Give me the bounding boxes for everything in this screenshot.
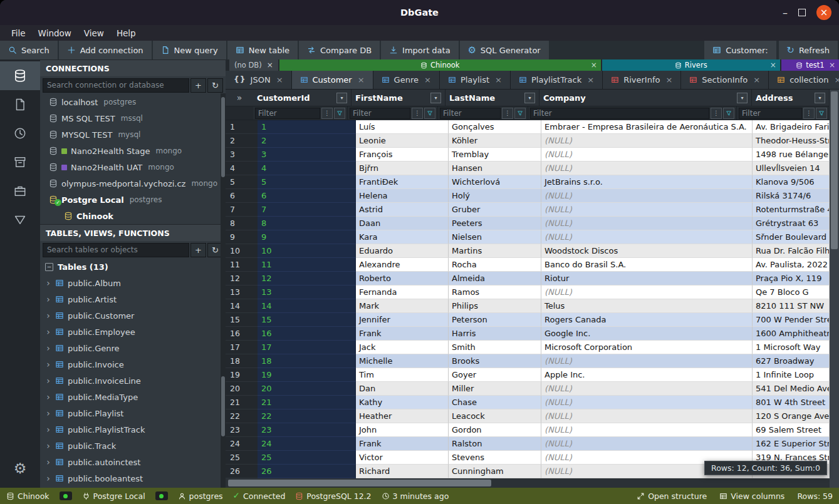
column-header-lastname[interactable]: LastName▾ bbox=[446, 90, 539, 106]
scrollbar-thumb[interactable] bbox=[228, 480, 491, 486]
funnel-icon[interactable] bbox=[723, 108, 734, 119]
cell[interactable]: Peeters bbox=[449, 217, 541, 230]
cell[interactable]: (NULL) bbox=[541, 148, 753, 162]
connection-olympus-medportal-vychozi-cz[interactable]: olympus-medportal.vychozi.czmongo bbox=[40, 175, 226, 192]
tab-playlisttrack[interactable]: PlaylistTrack× bbox=[511, 71, 603, 89]
cell[interactable]: Embraer - Empresa Brasileira de Aeronáut… bbox=[541, 120, 753, 134]
expand-chevron-icon[interactable]: › bbox=[45, 424, 51, 435]
row-number[interactable]: 7 bbox=[226, 203, 258, 217]
row-number[interactable]: 23 bbox=[226, 423, 258, 437]
cell[interactable]: Astrid bbox=[356, 203, 449, 217]
cell[interactable]: Jack bbox=[356, 341, 449, 354]
cell[interactable]: Gonçalves bbox=[449, 120, 541, 134]
db-tab-chinook[interactable]: Chinook× bbox=[279, 59, 601, 71]
cell[interactable]: Hansen bbox=[449, 162, 541, 175]
expand-chevron-icon[interactable]: › bbox=[45, 327, 51, 337]
table-public-autoinctest[interactable]: ›public.autoinctest bbox=[40, 454, 226, 470]
tab-playlist[interactable]: Playlist× bbox=[440, 71, 511, 89]
cell-primary-key[interactable]: 23 bbox=[258, 423, 356, 437]
cell[interactable]: Bjřrn bbox=[356, 162, 449, 175]
table-public-track[interactable]: ›public.Track bbox=[40, 438, 226, 454]
table-public-playlist[interactable]: ›public.Playlist bbox=[40, 405, 226, 421]
row-number[interactable]: 25 bbox=[226, 451, 258, 465]
cell[interactable]: John bbox=[356, 423, 449, 437]
cell[interactable]: Praça Pio X, 119 bbox=[753, 272, 830, 285]
filter-menu-icon[interactable]: ⋮ bbox=[803, 108, 815, 119]
filter-menu-icon[interactable]: ⋮ bbox=[412, 108, 423, 119]
cell[interactable]: Apple Inc. bbox=[541, 368, 753, 382]
cell[interactable]: Gruber bbox=[449, 203, 541, 217]
cell[interactable]: (NULL) bbox=[541, 217, 753, 230]
cell[interactable]: Fernanda bbox=[356, 285, 449, 299]
scrollbar-thumb[interactable] bbox=[221, 97, 225, 177]
cell[interactable]: Helena bbox=[356, 189, 449, 203]
rail-plugins[interactable] bbox=[0, 177, 40, 205]
close-icon[interactable]: × bbox=[770, 61, 776, 69]
cell-primary-key[interactable]: 8 bbox=[258, 217, 356, 230]
expand-chevron-icon[interactable]: › bbox=[45, 343, 51, 353]
cell[interactable]: 1 Microsoft Way bbox=[753, 341, 830, 354]
filter-input-customerid[interactable] bbox=[255, 108, 320, 119]
row-number[interactable]: 20 bbox=[226, 382, 258, 396]
table-public-invoice[interactable]: ›public.Invoice bbox=[40, 356, 226, 373]
column-dropdown-icon[interactable]: ▾ bbox=[430, 93, 441, 103]
row-number[interactable]: 5 bbox=[226, 175, 258, 189]
close-icon[interactable]: × bbox=[587, 75, 594, 85]
cell-primary-key[interactable]: 22 bbox=[258, 409, 356, 423]
row-number[interactable]: 14 bbox=[226, 299, 258, 313]
tab-genre[interactable]: Genre× bbox=[373, 71, 440, 89]
table-public-album[interactable]: ›public.Album bbox=[40, 275, 226, 291]
toolbar-compare-db[interactable]: Compare DB bbox=[299, 41, 381, 59]
cell[interactable]: Cunningham bbox=[449, 465, 541, 478]
row-number[interactable]: 9 bbox=[226, 230, 258, 244]
row-number[interactable]: 2 bbox=[226, 134, 258, 148]
rail-cell-data[interactable] bbox=[0, 205, 40, 234]
scrollbar-thumb[interactable] bbox=[221, 376, 225, 436]
column-header-customerid[interactable]: CustomerId▾ bbox=[253, 90, 352, 106]
row-number[interactable]: 22 bbox=[226, 409, 258, 423]
rail-connections[interactable] bbox=[0, 61, 40, 90]
close-icon[interactable]: × bbox=[591, 61, 597, 69]
row-number[interactable]: 6 bbox=[226, 189, 258, 203]
row-number[interactable]: 10 bbox=[226, 244, 258, 258]
filter-menu-icon[interactable]: ⋮ bbox=[502, 108, 513, 119]
row-number[interactable]: 15 bbox=[226, 313, 258, 327]
cell[interactable]: 541 Del Medio Avenue bbox=[753, 382, 830, 396]
cell[interactable]: 1498 rue Bélanger bbox=[753, 148, 830, 162]
row-number[interactable]: 19 bbox=[226, 368, 258, 382]
cell[interactable]: Telus bbox=[541, 299, 753, 313]
cell-primary-key[interactable]: 17 bbox=[258, 341, 356, 354]
close-icon[interactable]: × bbox=[835, 75, 839, 85]
cell[interactable]: Theodor-Heuss-Straße 34 bbox=[753, 134, 830, 148]
rail-query-history[interactable] bbox=[0, 119, 40, 148]
scrollbar-thumb[interactable] bbox=[831, 91, 838, 249]
cell-primary-key[interactable]: 25 bbox=[258, 451, 356, 465]
horizontal-scrollbar[interactable] bbox=[226, 478, 830, 488]
cell[interactable]: Kathy bbox=[356, 396, 449, 409]
menu-help[interactable]: Help bbox=[110, 27, 142, 39]
cell[interactable]: Holý bbox=[449, 189, 541, 203]
table-public-artist[interactable]: ›public.Artist bbox=[40, 291, 226, 307]
close-icon[interactable]: × bbox=[358, 75, 365, 85]
expand-chevron-icon[interactable]: › bbox=[45, 392, 51, 402]
cell[interactable]: Banco do Brasil S.A. bbox=[541, 258, 753, 272]
cell-primary-key[interactable]: 12 bbox=[258, 272, 356, 285]
column-dropdown-icon[interactable]: ▾ bbox=[737, 93, 748, 103]
cell[interactable]: 1 Infinite Loop bbox=[753, 368, 830, 382]
cell[interactable]: (NULL) bbox=[541, 396, 753, 409]
cell[interactable]: Rocha bbox=[449, 258, 541, 272]
menu-file[interactable]: File bbox=[5, 27, 32, 39]
cell[interactable]: 8210 111 ST NW bbox=[753, 299, 830, 313]
cell[interactable]: Peterson bbox=[449, 313, 541, 327]
close-icon[interactable]: × bbox=[753, 75, 760, 85]
connection-nano2health-stage[interactable]: Nano2Health Stagemongo bbox=[40, 143, 226, 159]
cell[interactable]: Leacock bbox=[449, 409, 541, 423]
expand-chevron-icon[interactable]: › bbox=[45, 473, 51, 483]
cell[interactable]: Rogers Canada bbox=[541, 313, 753, 327]
cell[interactable]: Victor bbox=[356, 451, 449, 465]
db-tab-rivers[interactable]: Rivers× bbox=[602, 59, 780, 71]
close-icon[interactable]: × bbox=[267, 61, 273, 69]
connection-postgre-local[interactable]: ✓Postgre Localpostgres bbox=[40, 192, 226, 208]
cell[interactable]: Köhler bbox=[449, 134, 541, 148]
close-icon[interactable]: × bbox=[495, 75, 502, 85]
